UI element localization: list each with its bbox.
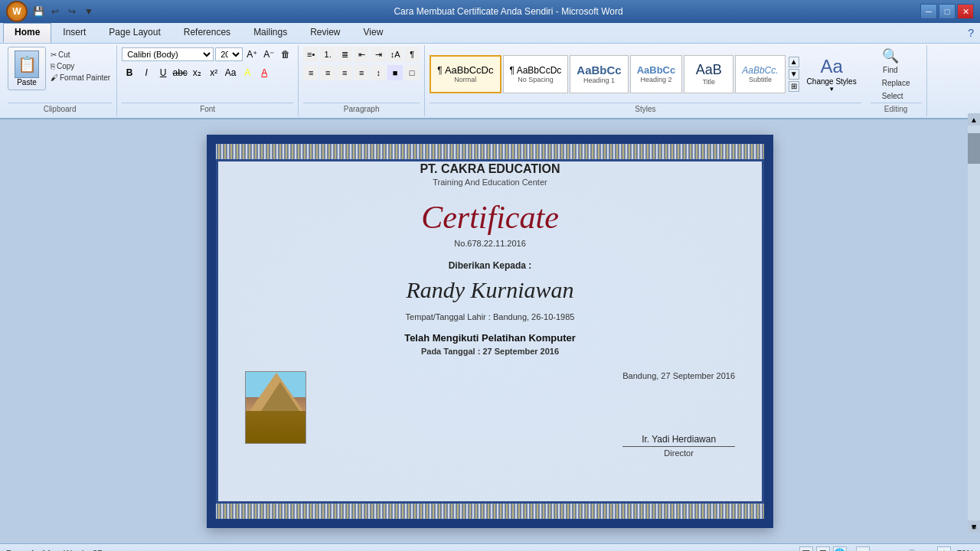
- shading-button[interactable]: ■: [387, 65, 403, 80]
- style-subtitle[interactable]: AaBbCc. Subtitle: [735, 55, 785, 93]
- tab-page-layout[interactable]: Page Layout: [97, 23, 172, 43]
- styles-scroll-up[interactable]: ▲: [789, 57, 799, 67]
- decrease-indent-button[interactable]: ⇤: [354, 47, 369, 62]
- underline-button[interactable]: U: [155, 65, 171, 80]
- tab-insert[interactable]: Insert: [51, 23, 97, 43]
- superscript-button[interactable]: x²: [206, 65, 221, 80]
- certificate-content: PT. CAKRA EDUCATION Training And Educati…: [207, 135, 773, 465]
- maximize-button[interactable]: □: [939, 4, 956, 19]
- redo-button[interactable]: ↪: [64, 4, 80, 19]
- find-button[interactable]: 🔍 Find: [880, 47, 900, 75]
- mountain2: [261, 382, 299, 411]
- photo-container: Photo: [245, 371, 306, 458]
- tab-home[interactable]: Home: [3, 23, 51, 43]
- select-button[interactable]: Select: [880, 91, 905, 101]
- view-options[interactable]: ⊞: [972, 523, 977, 530]
- increase-indent-button[interactable]: ⇥: [371, 47, 386, 62]
- bold-button[interactable]: B: [122, 65, 137, 80]
- strikethrough-button[interactable]: abc: [172, 65, 188, 80]
- paste-button[interactable]: 📋 Paste: [8, 47, 46, 90]
- change-styles-button[interactable]: Aa Change Styles ▼: [802, 54, 861, 94]
- font-family-select[interactable]: Calibri (Body): [122, 47, 214, 61]
- font-content: Calibri (Body) 20 A⁺ A⁻ 🗑 B I U abc x₂ x…: [122, 47, 293, 101]
- cut-button[interactable]: ✂ Cut: [49, 50, 112, 60]
- print-layout-button[interactable]: ▤: [799, 546, 813, 552]
- cert-training: Telah Mengikuti Pelatihan Komputer: [404, 332, 576, 344]
- save-button[interactable]: 💾: [31, 4, 46, 19]
- style-title[interactable]: AaB Title: [684, 55, 733, 93]
- numbering-button[interactable]: 1.: [320, 47, 335, 62]
- change-styles-icon: Aa: [820, 56, 842, 77]
- highlight-button[interactable]: A: [240, 65, 255, 80]
- line-spacing-button[interactable]: ↕: [371, 65, 386, 80]
- full-screen-button[interactable]: ⊡: [816, 546, 830, 552]
- show-formatting-button[interactable]: ¶: [404, 47, 420, 62]
- style-heading1[interactable]: AaBbCc Heading 1: [570, 55, 628, 93]
- cut-label: Cut: [58, 51, 70, 59]
- change-case-button[interactable]: Aa: [223, 65, 238, 80]
- close-button[interactable]: ✕: [957, 4, 974, 19]
- cut-icon: ✂: [51, 51, 57, 59]
- minimize-button[interactable]: ─: [920, 4, 937, 19]
- office-button[interactable]: W: [6, 1, 28, 22]
- paste-icon: 📋: [15, 51, 39, 78]
- align-right-button[interactable]: ≡: [337, 65, 352, 80]
- clear-formatting-button[interactable]: 🗑: [278, 47, 293, 62]
- window-title: Cara Membuat Certificate Anda Sendiri - …: [96, 6, 920, 17]
- italic-button[interactable]: I: [139, 65, 154, 80]
- font-label: Font: [122, 103, 293, 115]
- word-count: Words: 37: [64, 549, 102, 552]
- sort-button[interactable]: ↕A: [387, 47, 403, 62]
- align-left-button[interactable]: ≡: [303, 65, 318, 80]
- vertical-scrollbar[interactable]: ▲ ▼ ⊞: [968, 119, 980, 533]
- ribbon-content: 📋 Paste ✂ Cut ⎘ Copy: [0, 43, 980, 118]
- paragraph-group: ≡• 1. ≣ ⇤ ⇥ ↕A ¶ ≡ ≡ ≡ ≡ ↕ ■ □: [299, 45, 425, 116]
- cert-given: Diberikan Kepada :: [449, 260, 532, 271]
- subscript-button[interactable]: x₂: [189, 65, 204, 80]
- signature-space: [622, 403, 735, 434]
- customize-qa[interactable]: ▼: [81, 4, 96, 19]
- justify-button[interactable]: ≡: [354, 65, 369, 80]
- tab-view[interactable]: View: [352, 23, 395, 43]
- scroll-up-button[interactable]: ▲: [968, 119, 980, 126]
- title-bar: W 💾 ↩ ↪ ▼ Cara Membuat Certificate Anda …: [0, 0, 980, 23]
- clipboard-content: 📋 Paste ✂ Cut ⎘ Copy: [8, 47, 112, 101]
- grow-font-button[interactable]: A⁺: [244, 47, 260, 62]
- copy-label: Copy: [57, 62, 74, 70]
- editing-label: Editing: [871, 103, 922, 115]
- font-size-select[interactable]: 20: [215, 47, 243, 61]
- tab-mailings[interactable]: Mailings: [242, 23, 299, 43]
- page-info: Page: 1 of 1: [6, 549, 51, 552]
- replace-button[interactable]: Replace: [880, 78, 912, 88]
- web-layout-button[interactable]: 🌐: [833, 546, 847, 552]
- tab-review[interactable]: Review: [299, 23, 351, 43]
- align-center-button[interactable]: ≡: [320, 65, 335, 80]
- tab-references[interactable]: References: [172, 23, 242, 43]
- undo-button[interactable]: ↩: [47, 4, 63, 19]
- style-normal[interactable]: ¶ AaBbCcDc Normal: [430, 55, 501, 93]
- shrink-font-button[interactable]: A⁻: [261, 47, 276, 62]
- bullets-button[interactable]: ≡•: [303, 47, 318, 62]
- font-row1: Calibri (Body) 20 A⁺ A⁻ 🗑: [122, 47, 293, 62]
- zoom-in-button[interactable]: +: [937, 546, 951, 552]
- border-button[interactable]: □: [404, 65, 420, 80]
- style-heading2[interactable]: AaBbCc Heading 2: [630, 55, 683, 93]
- style-no-spacing[interactable]: ¶ AaBbCcDc No Spacing: [503, 55, 569, 93]
- title-bar-left: W 💾 ↩ ↪ ▼: [6, 1, 96, 22]
- format-painter-button[interactable]: 🖌 Format Painter: [49, 73, 112, 83]
- status-left: Page: 1 of 1 Words: 37: [6, 549, 102, 552]
- paragraph-content: ≡• 1. ≣ ⇤ ⇥ ↕A ¶ ≡ ≡ ≡ ≡ ↕ ■ □: [303, 47, 420, 101]
- multilevel-button[interactable]: ≣: [337, 47, 352, 62]
- cert-bottom: Photo Bandung, 27 September 2016 Ir. Yad…: [230, 371, 750, 458]
- help-button[interactable]: ?: [962, 25, 980, 41]
- styles-scroll-down[interactable]: ▼: [789, 69, 799, 80]
- styles-expand[interactable]: ⊞: [789, 81, 799, 92]
- cert-birthplace: Tempat/Tanggal Lahir : Bandung, 26-10-19…: [406, 312, 575, 321]
- status-bar: Page: 1 of 1 Words: 37 ▤ ⊡ 🌐 − + 70%: [0, 543, 980, 551]
- zoom-level: 70%: [957, 549, 974, 552]
- scroll-thumb[interactable]: [968, 133, 980, 164]
- copy-button[interactable]: ⎘ Copy: [49, 61, 112, 71]
- cert-date-value: 27 September 2016: [482, 347, 559, 356]
- font-color-button[interactable]: A: [256, 65, 272, 80]
- zoom-out-button[interactable]: −: [856, 546, 870, 552]
